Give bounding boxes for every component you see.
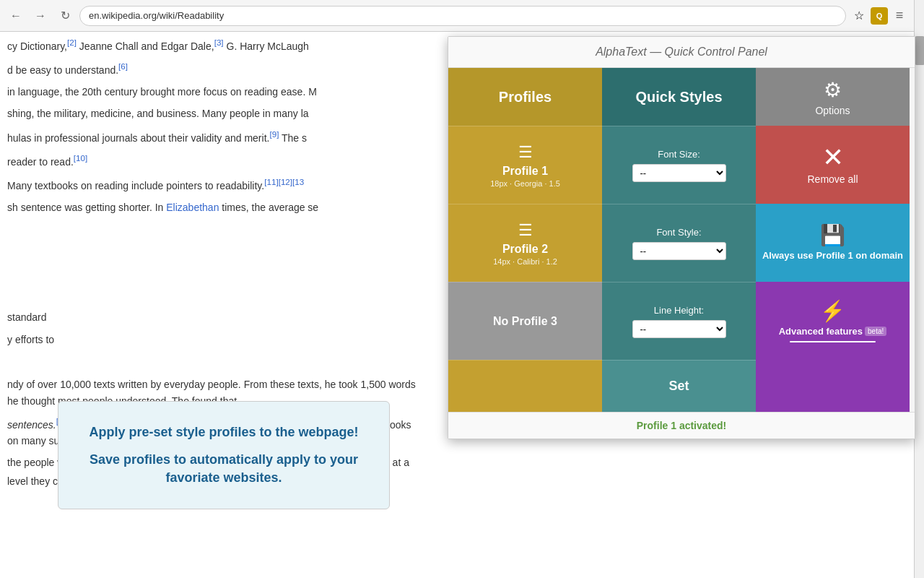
- beta-badge: beta!: [865, 327, 886, 336]
- font-style-select[interactable]: -- Arial Georgia Calibri Times New Roman: [632, 242, 726, 260]
- extension-icons: ☆ Q ≡: [850, 7, 908, 25]
- bolt-icon: ⚡: [820, 299, 845, 323]
- line-height-label: Line Height:: [654, 305, 704, 316]
- advanced-label: Advanced features: [779, 326, 863, 337]
- x-icon: ✕: [822, 144, 844, 171]
- font-size-label: Font Size:: [658, 149, 700, 160]
- article-line-9: standard: [7, 309, 419, 325]
- panel-content: ☰ Profile 1 18px · Georgia · 1.5 ☰ Profi…: [448, 126, 915, 360]
- article-line-6: reader to read.[10]: [7, 152, 419, 170]
- set-row: Set: [448, 360, 915, 412]
- set-cell[interactable]: Set: [602, 360, 756, 412]
- article-line-1: cy Dictionary,[2] Jeanne Chall and Edgar…: [7, 36, 419, 54]
- profile-3-cell[interactable]: No Profile 3: [448, 282, 602, 360]
- star-icon[interactable]: ☆: [850, 7, 868, 25]
- article-line-2: d be easy to understand.[6]: [7, 60, 419, 78]
- scrollbar[interactable]: [914, 0, 924, 578]
- font-size-cell: Font Size: -- 12px 14px 16px 18px 20px 2…: [602, 126, 756, 204]
- article-line-8: sh sentence was getting shorter. In Eliz…: [7, 199, 419, 215]
- tab-profiles[interactable]: Profiles: [448, 68, 602, 126]
- line-height-cell: Line Height: -- 1.0 1.2 1.5 1.8 2.0: [602, 282, 756, 360]
- profile-1-details: 18px · Georgia · 1.5: [490, 179, 560, 188]
- tabs-row: Profiles Quick Styles ⚙ Options: [448, 68, 915, 126]
- save-icon: 💾: [820, 223, 845, 247]
- always-use-profile-cell[interactable]: 💾 Always use Profile 1 on domain: [756, 204, 910, 282]
- alphatext-ext-icon[interactable]: Q: [871, 7, 888, 25]
- advanced-features-cell[interactable]: ⚡ Advanced features beta!: [756, 282, 910, 360]
- article-line-3: in language, the 20th century brought mo…: [7, 84, 419, 100]
- remove-all-label: Remove all: [807, 173, 858, 185]
- tooltip-line1: Apply pre-set style profiles to the webp…: [73, 423, 375, 441]
- profiles-column: ☰ Profile 1 18px · Georgia · 1.5 ☰ Profi…: [448, 126, 602, 360]
- status-text: Profile 1 activated!: [637, 420, 727, 431]
- panel-title: AlphaText — Quick Control Panel: [448, 37, 915, 68]
- quick-styles-column: Font Size: -- 12px 14px 16px 18px 20px 2…: [602, 126, 756, 360]
- font-style-cell: Font Style: -- Arial Georgia Calibri Tim…: [602, 204, 756, 282]
- advanced-label-row: Advanced features beta!: [779, 326, 887, 337]
- article-line-7: Many textbooks on reading include pointe…: [7, 176, 419, 194]
- profile-2-name: Profile 2: [502, 243, 548, 256]
- tooltip-box: Apply pre-set style profiles to the webp…: [58, 401, 390, 509]
- menu-icon[interactable]: ≡: [891, 7, 908, 25]
- article-line-4: shing, the military, medicine, and busin…: [7, 105, 419, 121]
- profile-2-icon: ☰: [518, 221, 533, 240]
- remove-all-cell[interactable]: ✕ Remove all: [756, 126, 910, 204]
- profile-2-cell[interactable]: ☰ Profile 2 14px · Calibri · 1.2: [448, 204, 602, 282]
- font-style-label: Font Style:: [656, 227, 701, 238]
- tooltip-line2: Save profiles to automatically apply to …: [73, 451, 375, 487]
- article-line-5: hulas in professional journals about the…: [7, 128, 419, 146]
- profile-2-details: 14px · Calibri · 1.2: [493, 257, 557, 266]
- set-button[interactable]: Set: [668, 379, 689, 394]
- article-line-10: y efforts to: [7, 332, 419, 348]
- tab-quick-styles[interactable]: Quick Styles: [602, 68, 756, 126]
- font-size-select[interactable]: -- 12px 14px 16px 18px 20px 24px: [632, 164, 726, 182]
- advanced-col-spacer: [756, 360, 910, 412]
- profile-1-cell[interactable]: ☰ Profile 1 18px · Georgia · 1.5: [448, 126, 602, 204]
- quick-control-panel: AlphaText — Quick Control Panel Profiles…: [448, 36, 915, 439]
- line-height-select[interactable]: -- 1.0 1.2 1.5 1.8 2.0: [632, 320, 726, 338]
- profile-3-name: No Profile 3: [493, 315, 557, 328]
- profile-1-name: Profile 1: [502, 165, 548, 178]
- profile-1-icon: ☰: [518, 143, 533, 162]
- gear-icon: ⚙: [824, 78, 842, 102]
- status-bar: Profile 1 activated!: [448, 412, 915, 439]
- tab-options[interactable]: ⚙ Options: [756, 68, 910, 126]
- scrollbar-thumb[interactable]: [915, 36, 924, 65]
- profile-col-spacer: [448, 360, 602, 412]
- actions-column: ✕ Remove all 💾 Always use Profile 1 on d…: [756, 126, 910, 360]
- always-use-label: Always use Profile 1 on domain: [762, 250, 903, 262]
- underline-decoration: [790, 341, 875, 342]
